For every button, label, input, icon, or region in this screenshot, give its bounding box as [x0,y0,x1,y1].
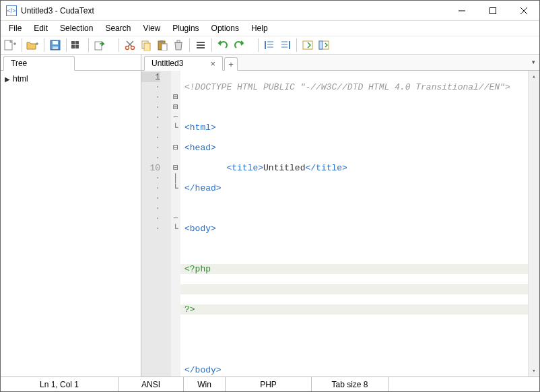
copy-icon [141,40,151,51]
paste-icon [157,40,168,51]
toggle-sidebar-button[interactable] [316,38,331,53]
new-file-button[interactable] [3,38,18,53]
select-all-icon [195,40,206,51]
unindent-button[interactable] [262,38,277,53]
delete-button[interactable] [171,38,186,53]
tree-tabrow: Tree [1,55,141,71]
tree-tab[interactable]: Tree [3,56,75,71]
menu-search[interactable]: Search [100,22,136,34]
redo-button[interactable] [232,38,246,53]
svg-rect-18 [144,43,150,51]
sidebar-icon [318,40,329,51]
editor[interactable]: 1 ··· ··· ·· 10 ··· ··· ⊟⊟ −└ [141,71,539,377]
open-file-button[interactable] [26,38,40,53]
svg-rect-11 [75,45,79,48]
trash-icon [173,40,184,51]
editor-tabrow: Untitled3 × + ▾ [141,55,539,71]
close-tab-icon[interactable]: × [210,59,215,68]
scroll-up-icon[interactable]: ▴ [529,71,539,82]
svg-rect-10 [71,45,75,48]
window-title: Untitled3 - CudaText [21,6,446,15]
indent-button[interactable] [278,38,293,53]
toggle-minimap-button[interactable] [300,38,315,53]
toggle-panel-button[interactable] [70,38,85,53]
separator [66,38,67,52]
titlebar: </> Untitled3 - CudaText [1,1,539,21]
status-tabsize[interactable]: Tab size 8 [312,377,389,391]
tabs-overflow-icon[interactable]: ▾ [532,59,535,65]
indent-icon [280,40,291,51]
gutter-markers [163,71,171,377]
status-line-endings[interactable]: Win [184,377,226,391]
separator [88,38,89,52]
body-panes: Tree ▶ html Untitled3 × + ▾ 1 [1,55,539,377]
new-tab-button[interactable]: + [224,57,238,71]
separator [119,38,119,52]
export-icon [94,40,105,51]
open-folder-icon [26,40,40,51]
status-language[interactable]: PHP [226,377,312,391]
tree-panel: Tree ▶ html [1,55,141,377]
export-button[interactable] [92,38,107,53]
save-button[interactable] [48,38,63,53]
grid-icon [71,40,84,51]
svg-rect-8 [71,41,75,44]
svg-rect-20 [160,40,163,42]
undo-icon [217,40,228,51]
gutter-fold[interactable]: ⊟⊟ −└ ⊟ ⊟ │└ −└ [171,71,180,377]
window-controls [446,1,539,20]
select-all-button[interactable] [193,38,208,53]
editor-area: Untitled3 × + ▾ 1 ··· ··· ·· 10 ··· ··· [141,55,539,377]
separator [189,38,190,52]
menu-edit[interactable]: Edit [28,22,53,34]
status-encoding[interactable]: ANSI [119,377,184,391]
menubar: File Edit Selection Search View Plugins … [1,21,539,36]
separator [22,38,22,52]
menu-options[interactable]: Options [206,22,244,34]
menu-selection[interactable]: Selection [55,22,98,34]
new-file-icon [4,40,18,51]
menu-view[interactable]: View [137,22,166,34]
undo-button[interactable] [215,38,230,53]
separator [211,38,212,52]
code-content[interactable]: <!DOCTYPE HTML PUBLIC "-//W3C//DTD HTML … [180,71,539,377]
close-button[interactable] [508,1,539,20]
minimize-button[interactable] [446,1,477,20]
menu-file[interactable]: File [3,22,27,34]
cut-button[interactable] [123,38,137,53]
svg-rect-25 [197,44,205,46]
app-window: </> Untitled3 - CudaText File Edit Selec… [0,0,540,392]
svg-rect-12 [95,42,102,50]
status-spacer [389,377,539,391]
separator [296,38,297,52]
svg-rect-21 [162,44,167,51]
tree-body[interactable]: ▶ html [1,71,141,377]
svg-rect-26 [197,47,205,48]
editor-tab-label: Untitled3 [151,59,183,68]
redo-icon [234,40,244,51]
gutter-line-numbers: 1 ··· ··· ·· 10 ··· ··· [141,71,163,377]
maximize-button[interactable] [477,1,508,20]
status-bar: Ln 1, Col 1 ANSI Win PHP Tab size 8 [1,377,539,391]
svg-rect-37 [319,41,323,49]
tree-item-label: html [13,74,28,84]
separator [258,38,259,52]
scissors-icon [125,40,135,51]
separator [44,38,44,52]
chevron-right-icon: ▶ [5,75,10,83]
menu-plugins[interactable]: Plugins [167,22,204,34]
tree-item-html[interactable]: ▶ html [5,73,137,84]
status-position[interactable]: Ln 1, Col 1 [1,377,119,391]
copy-button[interactable] [139,38,154,53]
svg-rect-1 [490,7,496,13]
scroll-down-icon[interactable]: ▾ [529,365,539,377]
minimap-icon [302,40,313,51]
svg-rect-23 [177,40,180,42]
unindent-icon [264,40,275,51]
scroll-track[interactable] [529,82,539,365]
menu-help[interactable]: Help [246,22,273,34]
editor-tab-untitled3[interactable]: Untitled3 × [144,56,223,71]
paste-button[interactable] [155,38,170,53]
vertical-scrollbar[interactable]: ▴ ▾ [528,71,539,377]
svg-rect-9 [75,41,79,44]
